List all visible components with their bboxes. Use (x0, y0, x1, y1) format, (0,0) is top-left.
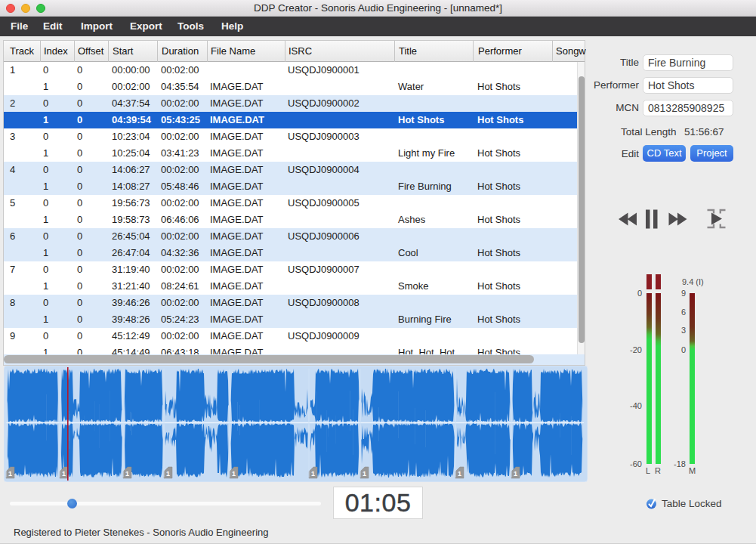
svg-text:1: 1 (62, 470, 66, 478)
svg-text:1: 1 (458, 470, 461, 478)
svg-text:1: 1 (8, 470, 12, 478)
svg-text:1: 1 (232, 470, 236, 478)
svg-text:1: 1 (514, 470, 517, 478)
svg-text:1: 1 (125, 470, 129, 478)
svg-text:1: 1 (311, 470, 315, 478)
svg-text:1: 1 (166, 470, 170, 478)
svg-text:1: 1 (363, 470, 366, 478)
